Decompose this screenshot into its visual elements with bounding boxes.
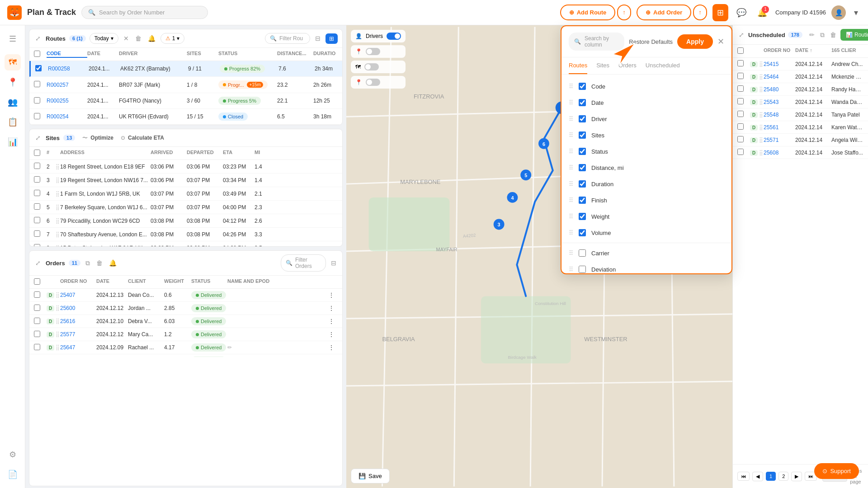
drag-handle-icon[interactable]: ⠿	[569, 197, 573, 204]
drag-handle-icon[interactable]: ⠿	[569, 148, 573, 155]
table-row[interactable]: D⣿256002024.12.12Jordan ...2.85Delivered…	[29, 302, 342, 315]
sidebar-item-orders[interactable]: 📋	[5, 114, 21, 130]
table-row[interactable]: D⣿256472024.12.09Rachael ...4.17Delivere…	[29, 341, 342, 354]
page-first-button[interactable]: ⏮	[737, 472, 750, 481]
avatar[interactable]: 👤	[831, 5, 846, 20]
route-code[interactable]: R000255	[47, 98, 87, 104]
column-checkbox-volume[interactable]	[579, 229, 586, 236]
column-search-input[interactable]: 🔍 Search by column	[569, 33, 624, 51]
date-filter[interactable]: Today ▾	[90, 33, 118, 44]
clear-filter-button[interactable]: ✕	[122, 33, 130, 43]
alert-count-badge[interactable]: ⚠ 1 ▾	[160, 33, 185, 44]
support-button[interactable]: ⊙ Support	[814, 463, 859, 479]
table-row[interactable]: 7⣿70 Shaftesbury Avenue, London E...03:0…	[29, 228, 342, 241]
column-checkbox-deviation[interactable]	[579, 266, 586, 273]
drag-handle-icon[interactable]: ⠿	[569, 249, 573, 257]
row-checkbox[interactable]	[737, 85, 744, 92]
table-row[interactable]: 6⣿79 Piccadilly, London WC29 6CD03:08 PM…	[29, 214, 342, 228]
drag-handle-icon[interactable]: ⠿	[569, 115, 573, 122]
route-code[interactable]: R000258	[48, 66, 89, 72]
table-row[interactable]: 5⣿7 Berkeley Square, London W1J 6...03:0…	[29, 201, 342, 214]
column-checkbox-driver[interactable]	[579, 115, 586, 122]
table-row[interactable]: 3⣿19 Regent Street, London NW16 7...03:0…	[29, 174, 342, 187]
filter-button[interactable]: ⊟	[314, 33, 322, 43]
row-checkbox[interactable]	[34, 318, 40, 324]
routes-filter-input[interactable]: 🔍 Filter Rou	[265, 33, 310, 44]
route-code[interactable]: R000254	[47, 113, 87, 120]
chevron-down-icon[interactable]: ▾	[851, 5, 861, 20]
table-row[interactable]: D⣿254802024.12.14Randy Haas...	[733, 83, 868, 96]
delete-orders-button[interactable]: 🗑	[95, 258, 104, 268]
row-checkbox[interactable]	[34, 244, 40, 246]
sidebar-expand-icon[interactable]: ☰	[5, 31, 21, 47]
table-row[interactable]: D⣿254152024.12.14Andrew Ch...	[733, 58, 868, 70]
table-row[interactable]: R000254 2024.1... UK RT6GH (Edvard) 15 /…	[29, 109, 342, 125]
routes-expand-button[interactable]: ⤢	[34, 33, 42, 43]
drag-handle-icon[interactable]: ⠿	[569, 99, 573, 106]
sidebar-item-settings[interactable]: ⚙	[5, 446, 21, 463]
page-1-button[interactable]: 1	[766, 472, 776, 481]
calculate-eta-label[interactable]: Calculate ETA	[128, 135, 164, 141]
column-checkbox-status[interactable]	[579, 148, 586, 155]
row-checkbox[interactable]	[34, 81, 40, 87]
drivers-toggle[interactable]	[387, 33, 401, 40]
drag-handle-icon[interactable]: ⠿	[569, 83, 573, 90]
delete-route-button[interactable]: 🗑	[134, 33, 143, 43]
column-checkbox-finish[interactable]	[579, 197, 586, 204]
sidebar-item-location[interactable]: 📍	[5, 74, 21, 90]
table-row[interactable]: D⣿254642024.12.14Mckenzie H...	[733, 70, 868, 83]
unscheduled-copy-button[interactable]: ⧉	[819, 30, 826, 40]
row-menu-icon[interactable]: ⋮	[329, 318, 338, 324]
table-row[interactable]: R000257 2024.1... BR07 3JF (Mark) 1 / 8 …	[29, 77, 342, 93]
row-checkbox[interactable]	[737, 136, 744, 142]
row-checkbox[interactable]	[34, 113, 40, 119]
table-row[interactable]: D⣿255482024.12.14Tanya Patel	[733, 108, 868, 121]
unscheduled-edit-button[interactable]: ✏	[808, 30, 816, 40]
unscheduled-select-all[interactable]	[737, 47, 744, 54]
orders-filter-input[interactable]: 🔍 Filter Orders	[281, 254, 326, 272]
tab-orders[interactable]: Orders	[618, 57, 637, 74]
column-checkbox-date[interactable]	[579, 99, 586, 106]
table-row[interactable]: D⣿256082024.12.14Jose Staffo...	[733, 146, 868, 159]
row-menu-icon[interactable]: ⋮	[329, 331, 338, 338]
column-checkbox-code[interactable]	[579, 83, 586, 90]
row-checkbox[interactable]	[34, 176, 40, 183]
drag-handle-icon[interactable]: ⠿	[569, 131, 573, 139]
row-checkbox[interactable]	[737, 98, 744, 104]
row-checkbox[interactable]	[34, 331, 40, 337]
table-row[interactable]: D⣿255902024.12.07Cassie ...2.61Delivered…	[29, 354, 342, 357]
row-checkbox[interactable]	[737, 149, 744, 155]
drag-handle-icon[interactable]: ⠿	[569, 229, 573, 236]
apply-button[interactable]: Apply	[677, 34, 713, 49]
table-row[interactable]: D⣿255712024.12.14Angela Wils...	[733, 134, 868, 146]
sites-expand-button[interactable]: ⤢	[34, 133, 42, 143]
toggle-3[interactable]	[364, 63, 379, 70]
row-checkbox[interactable]	[737, 60, 744, 66]
sites-select-all[interactable]	[34, 150, 40, 156]
table-row[interactable]: R000255 2024.1... FG4TRO (Nancy) 3 / 60 …	[29, 93, 342, 109]
column-checkbox-sites[interactable]	[579, 131, 586, 139]
notifications-button[interactable]: 🔔 1	[755, 5, 770, 20]
row-checkbox[interactable]	[737, 111, 744, 117]
column-checkbox-duration[interactable]	[579, 180, 586, 188]
copy-orders-button[interactable]: ⧉	[84, 258, 91, 268]
table-row[interactable]: D⣿255612024.12.14Karen Wats...	[733, 121, 868, 134]
restore-defaults-button[interactable]: Restore Defaults	[629, 38, 673, 45]
table-row[interactable]: D⣿254072024.12.13Dean Co...0.6Delivered⋮	[29, 289, 342, 302]
row-checkbox[interactable]	[35, 65, 42, 71]
global-search[interactable]: 🔍 Search by Order Number	[81, 6, 208, 19]
unscheduled-expand-button[interactable]: ⤢	[737, 30, 745, 40]
row-checkbox[interactable]	[34, 344, 40, 350]
unscheduled-delete-button[interactable]: 🗑	[829, 30, 838, 40]
orders-expand-button[interactable]: ⤢	[34, 258, 42, 268]
column-checkbox-carrier[interactable]	[579, 249, 586, 257]
row-checkbox[interactable]	[34, 203, 40, 210]
drag-handle-icon[interactable]: ⠿	[569, 164, 573, 171]
row-checkbox[interactable]	[34, 357, 40, 357]
tab-sites[interactable]: Sites	[596, 57, 609, 74]
tab-routes[interactable]: Routes	[569, 57, 587, 74]
add-route-button[interactable]: ⊕ Add Route	[560, 5, 616, 20]
drag-handle-icon[interactable]: ⠿	[569, 266, 573, 273]
table-row[interactable]: D⣿255772024.12.12Mary Ca...1.2Delivered⋮	[29, 328, 342, 341]
toggle-2[interactable]	[366, 48, 380, 55]
